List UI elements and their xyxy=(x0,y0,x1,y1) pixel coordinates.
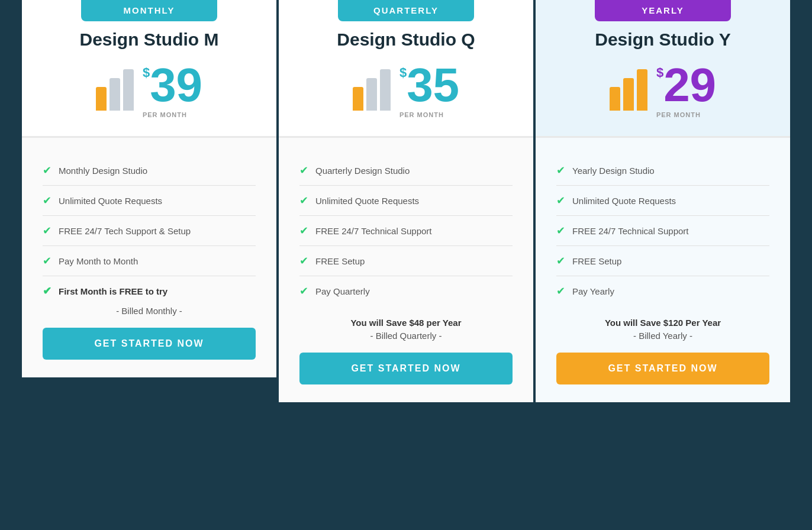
list-item: ✔FREE 24/7 Technical Support xyxy=(556,216,769,246)
checkmark-icon: ✔ xyxy=(43,164,51,177)
feature-text: Yearly Design Studio xyxy=(572,166,655,176)
chart-bar xyxy=(96,87,107,111)
feature-text: Pay Quarterly xyxy=(315,286,370,296)
per-month-quarterly: PER MONTH xyxy=(399,111,444,118)
price-amount-monthly: $39 xyxy=(143,62,202,109)
cta-button-monthly[interactable]: GET STARTED NOW xyxy=(43,328,256,360)
price-display-monthly: $39PER MONTH xyxy=(143,62,202,118)
price-number-yearly: 29 xyxy=(663,62,716,109)
price-section-quarterly: $35PER MONTH xyxy=(297,62,515,118)
plan-title-monthly: Design Studio M xyxy=(40,30,259,50)
list-item: ✔FREE Setup xyxy=(556,246,769,276)
feature-text: FREE Setup xyxy=(572,256,621,266)
per-month-monthly: PER MONTH xyxy=(143,111,187,118)
chart-bar xyxy=(123,69,134,111)
currency-symbol-quarterly: $ xyxy=(399,66,407,79)
plan-badge-monthly: MONTHLY xyxy=(81,0,217,21)
feature-text: Pay Yearly xyxy=(572,286,614,296)
price-amount-yearly: $29 xyxy=(656,62,716,109)
bar-chart-quarterly xyxy=(353,69,391,111)
checkmark-icon: ✔ xyxy=(299,194,308,207)
list-item: ✔Unlimited Quote Requests xyxy=(299,186,513,216)
savings-text-quarterly: You will Save $48 per Year xyxy=(299,318,513,328)
plan-badge-quarterly: QUARTERLY xyxy=(338,0,474,21)
feature-list-yearly: ✔Yearly Design Studio✔Unlimited Quote Re… xyxy=(556,156,769,306)
list-item: ✔Unlimited Quote Requests xyxy=(556,186,769,216)
chart-bar xyxy=(637,69,647,111)
plan-body-monthly: ✔Monthly Design Studio✔Unlimited Quote R… xyxy=(22,138,276,377)
list-item: ✔Pay Month to Month xyxy=(43,246,256,276)
checkmark-icon: ✔ xyxy=(556,224,565,237)
checkmark-icon: ✔ xyxy=(43,224,51,237)
checkmark-icon: ✔ xyxy=(299,285,308,298)
list-item: ✔FREE 24/7 Tech Support & Setup xyxy=(43,216,256,246)
feature-text: FREE 24/7 Tech Support & Setup xyxy=(59,226,191,236)
list-item: ✔FREE Setup xyxy=(299,246,513,276)
chart-bar xyxy=(623,78,634,111)
cta-button-yearly[interactable]: GET STARTED NOW xyxy=(556,353,769,384)
plan-card-yearly: YEARLYDesign Studio Y$29PER MONTH✔Yearly… xyxy=(536,0,790,402)
checkmark-icon: ✔ xyxy=(299,254,308,267)
checkmark-icon: ✔ xyxy=(556,164,565,177)
per-month-yearly: PER MONTH xyxy=(656,111,701,118)
checkmark-icon: ✔ xyxy=(43,194,51,207)
plan-title-quarterly: Design Studio Q xyxy=(297,30,515,50)
cta-button-quarterly[interactable]: GET STARTED NOW xyxy=(299,353,513,384)
plan-badge-yearly: YEARLY xyxy=(595,0,731,21)
feature-text: Monthly Design Studio xyxy=(59,166,147,176)
feature-list-monthly: ✔Monthly Design Studio✔Unlimited Quote R… xyxy=(43,156,256,306)
list-item: ✔Quarterly Design Studio xyxy=(299,156,513,186)
checkmark-icon: ✔ xyxy=(556,254,565,267)
feature-text: FREE 24/7 Technical Support xyxy=(315,226,432,236)
checkmark-icon: ✔ xyxy=(556,285,565,298)
price-number-quarterly: 35 xyxy=(407,62,459,109)
plan-body-yearly: ✔Yearly Design Studio✔Unlimited Quote Re… xyxy=(536,138,790,402)
bar-chart-yearly xyxy=(610,69,647,111)
chart-bar xyxy=(109,78,120,111)
plan-card-quarterly: QUARTERLYDesign Studio Q$35PER MONTH✔Qua… xyxy=(279,0,533,402)
feature-text: First Month is FREE to try xyxy=(59,286,167,296)
feature-text: Unlimited Quote Requests xyxy=(59,196,162,206)
feature-text: FREE 24/7 Technical Support xyxy=(572,226,689,236)
list-item: ✔First Month is FREE to try xyxy=(43,276,256,306)
checkmark-icon: ✔ xyxy=(556,194,565,207)
feature-text: Pay Month to Month xyxy=(59,256,138,266)
checkmark-icon: ✔ xyxy=(43,254,51,267)
list-item: ✔Pay Quarterly xyxy=(299,276,513,306)
price-display-yearly: $29PER MONTH xyxy=(656,62,716,118)
chart-bar xyxy=(353,87,363,111)
billing-text-monthly: - Billed Monthly - xyxy=(43,306,256,316)
list-item: ✔Monthly Design Studio xyxy=(43,156,256,186)
currency-symbol-yearly: $ xyxy=(656,66,663,79)
chart-bar xyxy=(610,87,620,111)
billing-text-yearly: - Billed Yearly - xyxy=(556,331,769,341)
currency-symbol-monthly: $ xyxy=(143,66,150,79)
pricing-container: MONTHLYDesign Studio M$39PER MONTH✔Month… xyxy=(0,0,812,530)
price-display-quarterly: $35PER MONTH xyxy=(399,62,459,118)
list-item: ✔Pay Yearly xyxy=(556,276,769,306)
plan-body-quarterly: ✔Quarterly Design Studio✔Unlimited Quote… xyxy=(279,138,533,402)
checkmark-icon: ✔ xyxy=(43,285,51,298)
price-section-monthly: $39PER MONTH xyxy=(40,62,259,118)
list-item: ✔FREE 24/7 Technical Support xyxy=(299,216,513,246)
feature-text: FREE Setup xyxy=(315,256,365,266)
price-amount-quarterly: $35 xyxy=(399,62,459,109)
checkmark-icon: ✔ xyxy=(299,224,308,237)
list-item: ✔Unlimited Quote Requests xyxy=(43,186,256,216)
plan-title-yearly: Design Studio Y xyxy=(553,30,772,50)
feature-list-quarterly: ✔Quarterly Design Studio✔Unlimited Quote… xyxy=(299,156,513,306)
price-number-monthly: 39 xyxy=(150,62,202,109)
chart-bar xyxy=(380,69,391,111)
feature-text: Unlimited Quote Requests xyxy=(572,196,676,206)
feature-text: Unlimited Quote Requests xyxy=(315,196,419,206)
bar-chart-monthly xyxy=(96,69,134,111)
billing-text-quarterly: - Billed Quarterly - xyxy=(299,331,513,341)
chart-bar xyxy=(366,78,377,111)
checkmark-icon: ✔ xyxy=(299,164,308,177)
price-section-yearly: $29PER MONTH xyxy=(553,62,772,118)
feature-text: Quarterly Design Studio xyxy=(315,166,410,176)
plan-card-monthly: MONTHLYDesign Studio M$39PER MONTH✔Month… xyxy=(22,0,276,377)
list-item: ✔Yearly Design Studio xyxy=(556,156,769,186)
savings-text-yearly: You will Save $120 Per Year xyxy=(556,318,769,328)
